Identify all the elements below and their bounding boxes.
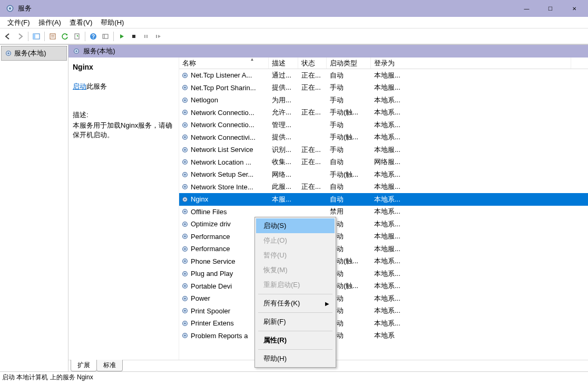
table-row[interactable]: Nginx本服...自动本地系... (179, 193, 588, 206)
tab[interactable]: 标准 (96, 360, 123, 371)
table-row[interactable]: Portable Devi手动(触...本地系... (179, 280, 588, 293)
table-row[interactable]: Network List Service识别...正在...手动本地服... (179, 143, 588, 156)
service-login-cell: 本地系 (371, 331, 571, 340)
tab[interactable]: 扩展 (71, 360, 97, 371)
service-login-cell: 本地系... (371, 120, 571, 130)
table-row[interactable]: Network Store Inte...此服...正在...自动本地服... (179, 181, 588, 194)
table-row[interactable]: Performance手动本地服... (179, 243, 588, 255)
gear-icon (181, 332, 189, 339)
forward-button[interactable] (14, 31, 26, 42)
table-row[interactable]: Performance手动本地服... (179, 231, 588, 243)
detail-action-line: 启动此服务 (73, 82, 174, 91)
table-row[interactable]: Phone Service手动(触...本地系... (179, 255, 588, 268)
svg-rect-12 (132, 35, 135, 38)
table-row[interactable]: Optimize driv手动本地系... (179, 218, 588, 231)
restart-service-button[interactable] (152, 31, 164, 42)
table-row[interactable]: Network Location ...收集...正在...自动网络服... (179, 156, 588, 169)
tree-node-services-local[interactable]: 服务(本地) (1, 46, 67, 61)
column-header-state[interactable]: 状态 (298, 58, 327, 69)
sort-indicator-icon: ▲ (250, 58, 254, 62)
context-menu-item[interactable]: 启动(S) (256, 218, 335, 233)
close-button[interactable]: ✕ (562, 1, 586, 16)
svg-point-33 (184, 149, 186, 151)
svg-point-47 (184, 236, 186, 238)
table-header: 名称▲ 描述 状态 启动类型 登录为 (179, 58, 588, 69)
menu-item[interactable]: 操作(A) (34, 17, 65, 28)
window-title: 服务 (18, 4, 515, 13)
service-desc-cell: 本服... (269, 195, 298, 204)
context-menu-item: 恢复(M) (256, 263, 335, 277)
table-row[interactable]: Offline Files禁用本地系... (179, 206, 588, 218)
column-header-name[interactable]: 名称▲ (179, 58, 269, 69)
service-login-cell: 本地系... (371, 132, 571, 142)
service-start-cell: 手动 (327, 95, 371, 105)
service-login-cell: 本地系... (371, 269, 571, 279)
service-login-cell: 本地系... (371, 256, 571, 266)
table-row[interactable]: Net.Tcp Listener A...通过...正在...自动本地服... (179, 69, 588, 82)
gear-icon (73, 47, 80, 55)
menu-item[interactable]: 帮助(H) (96, 17, 128, 28)
column-header-startup[interactable]: 启动类型 (327, 58, 371, 69)
table-row[interactable]: Netlogon为用...手动本地系... (179, 94, 588, 107)
toolbar-button[interactable] (100, 31, 111, 42)
svg-point-21 (184, 74, 186, 76)
service-state-cell: 正在... (298, 71, 327, 80)
service-state-cell: 正在... (298, 145, 327, 155)
svg-rect-13 (144, 35, 145, 38)
service-name-cell: Network Location ... (191, 158, 251, 166)
table-body[interactable]: Net.Tcp Listener A...通过...正在...自动本地服...N… (179, 69, 588, 360)
pause-service-button[interactable] (140, 31, 152, 42)
table-row[interactable]: Network Connectio...允许...正在...手动(触...本地系… (179, 107, 588, 119)
properties-button[interactable] (47, 31, 58, 42)
gear-icon (181, 196, 189, 203)
table-row[interactable]: Print Spooler自动本地系... (179, 305, 588, 318)
svg-point-63 (184, 335, 186, 337)
table-row[interactable]: Network Connectivi...提供...手动(触...本地系... (179, 131, 588, 144)
show-hide-tree-button[interactable] (31, 31, 42, 42)
svg-point-45 (184, 223, 186, 225)
service-start-cell: 自动 (327, 71, 371, 80)
minimize-button[interactable]: — (515, 1, 538, 16)
refresh-button[interactable] (59, 31, 71, 42)
start-service-link[interactable]: 启动 (73, 82, 86, 90)
gear-icon (181, 121, 189, 129)
context-menu-item[interactable]: 所有任务(K)▶ (256, 296, 335, 311)
context-menu-separator (258, 294, 332, 294)
context-menu-item[interactable]: 刷新(F) (256, 314, 335, 329)
service-name-cell: Network Setup Ser... (191, 170, 253, 178)
svg-point-59 (184, 310, 186, 312)
service-name-cell: Performance (191, 233, 230, 241)
stop-service-button[interactable] (128, 31, 140, 42)
help-button[interactable]: ? (87, 31, 99, 42)
column-header-login[interactable]: 登录为 (371, 58, 571, 69)
context-menu-item[interactable]: 属性(R) (256, 333, 335, 348)
service-name-cell: Network Connectio... (191, 121, 254, 129)
service-desc-cell: 收集... (269, 157, 298, 167)
menu-bar: 文件(F)操作(A)查看(V)帮助(H) (0, 17, 588, 28)
start-suffix: 此服务 (86, 82, 107, 90)
table-row[interactable]: Power自动本地系... (179, 292, 588, 305)
gear-icon (181, 208, 189, 215)
column-header-description[interactable]: 描述 (269, 58, 298, 69)
table-row[interactable]: Network Setup Ser...网络...手动(触...本地系... (179, 168, 588, 181)
export-button[interactable] (71, 31, 83, 42)
maximize-button[interactable]: ☐ (538, 1, 562, 16)
back-button[interactable] (2, 31, 14, 42)
menu-item[interactable]: 查看(V) (65, 17, 96, 28)
table-row[interactable]: Plug and Play手动本地系... (179, 267, 588, 280)
gear-icon (181, 270, 189, 277)
table-row[interactable]: Printer Extens手动本地系... (179, 317, 588, 330)
submenu-arrow-icon: ▶ (325, 301, 329, 307)
table-row[interactable]: Network Connectio...管理...手动本地系... (179, 119, 588, 131)
context-menu-item[interactable]: 帮助(H) (256, 351, 335, 366)
table-row[interactable]: Net.Tcp Port Sharin...提供...正在...手动本地服... (179, 82, 588, 94)
svg-point-27 (184, 112, 186, 114)
service-name-cell: Performance (191, 245, 230, 253)
service-login-cell: 本地系... (371, 95, 571, 105)
status-bar: 启动 本地计算机 上的服务 Nginx (0, 371, 588, 383)
menu-item[interactable]: 文件(F) (3, 17, 34, 28)
start-service-button[interactable] (116, 31, 128, 42)
service-login-cell: 本地系... (371, 281, 571, 291)
table-row[interactable]: Problem Reports a此服手动本地系 (179, 330, 588, 342)
gear-icon (181, 245, 189, 253)
